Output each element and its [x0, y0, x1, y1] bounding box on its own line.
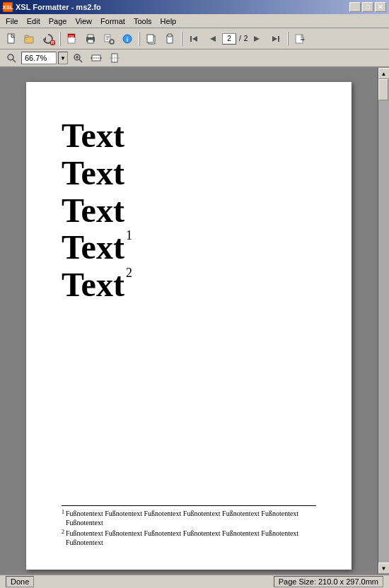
footnote-text-2: Fußnotentext Fußnotentext Fußnotentext F…	[66, 529, 316, 547]
app-icon: XSL	[3, 2, 13, 12]
svg-text:PDF: PDF	[69, 35, 75, 38]
svg-text:i: i	[127, 36, 129, 43]
new-button[interactable]	[3, 31, 20, 47]
page-total: 2	[244, 35, 248, 42]
fit-page-button[interactable]	[106, 50, 123, 66]
svg-point-34	[8, 54, 13, 60]
svg-rect-21	[147, 35, 153, 42]
svg-marker-27	[254, 36, 260, 42]
footnote-1: 1 Fußnotentext Fußnotentext Fußnotentext…	[62, 509, 316, 527]
menu-view[interactable]: View	[71, 16, 96, 27]
status-page-size: Page Size: 210.0 x 297.0mm	[274, 576, 383, 587]
menu-format[interactable]: Format	[96, 16, 129, 27]
zoom-value-display: 66.7%	[21, 52, 57, 64]
svg-rect-15	[106, 39, 108, 40]
menu-tools[interactable]: Tools	[129, 16, 156, 27]
fit-width-button[interactable]	[88, 50, 105, 66]
open-button[interactable]	[21, 31, 38, 47]
text-line-2: Text	[62, 155, 316, 192]
scroll-thumb[interactable]	[378, 79, 388, 100]
text-line-4: Text1	[62, 229, 316, 266]
footnote-text-1: Fußnotentext Fußnotentext Fußnotentext F…	[66, 509, 316, 527]
page-separator: /	[239, 35, 241, 42]
sep4	[287, 32, 289, 46]
zoom-in-button[interactable]	[69, 50, 86, 66]
svg-rect-9	[88, 35, 93, 37]
svg-marker-43	[100, 57, 102, 59]
text-line-1: Text	[62, 117, 316, 155]
footnote-area: 1 Fußnotentext Fußnotentext Fußnotentext…	[62, 505, 316, 548]
text-line-3: Text	[62, 192, 316, 230]
save-pdf-button[interactable]: PDF	[64, 31, 81, 47]
svg-marker-42	[91, 57, 92, 59]
status-bar: Done Page Size: 210.0 x 297.0mm	[0, 574, 389, 588]
main-area: Text Text Text Text1 Text2 1	[0, 68, 389, 574]
svg-rect-13	[106, 36, 110, 37]
svg-line-17	[113, 43, 114, 44]
print-preview-button[interactable]	[100, 31, 117, 47]
document-scroll[interactable]: Text Text Text Text1 Text2 1	[0, 68, 378, 574]
menu-page[interactable]: Page	[45, 16, 71, 27]
superscript-2: 2	[126, 266, 132, 279]
footnote-2: 2 Fußnotentext Fußnotentext Fußnotentext…	[62, 529, 316, 547]
prev-page-button[interactable]	[204, 31, 221, 47]
svg-rect-11	[87, 38, 88, 39]
svg-rect-10	[88, 40, 93, 43]
status-message: Done	[6, 576, 34, 587]
copy-page-button[interactable]	[143, 31, 160, 47]
menu-file[interactable]: File	[1, 16, 23, 27]
footnote-num-2: 2	[62, 529, 64, 536]
menu-bar: File Edit Page View Format Tools Help	[0, 14, 389, 28]
svg-rect-23	[168, 34, 172, 37]
svg-marker-29	[272, 36, 277, 42]
minimize-button[interactable]: _	[349, 2, 361, 12]
last-page-button[interactable]	[267, 31, 284, 47]
svg-line-37	[79, 59, 82, 62]
menu-help[interactable]: Help	[156, 16, 181, 27]
document-container: Text Text Text Text1 Text2 1	[0, 68, 378, 574]
export-button[interactable]	[291, 31, 308, 47]
paste-button[interactable]	[161, 31, 178, 47]
print-button[interactable]	[82, 31, 99, 47]
window-title: XSL Formatter - ms2.fo	[16, 3, 101, 11]
page-current-input[interactable]: 2	[222, 33, 236, 45]
zoom-icon	[3, 50, 20, 66]
sep3	[181, 32, 182, 46]
close-button[interactable]: ✕	[375, 2, 386, 12]
svg-marker-26	[210, 36, 216, 42]
superscript-1: 1	[126, 229, 132, 242]
first-page-button[interactable]	[185, 31, 202, 47]
maximize-button[interactable]: □	[362, 2, 373, 12]
refresh-button[interactable]: R	[40, 31, 57, 47]
toolbar-main: R PDF i 2 / 2	[0, 28, 389, 49]
footnote-num-1: 1	[62, 509, 64, 516]
svg-marker-25	[192, 36, 197, 42]
svg-rect-14	[106, 37, 110, 38]
document-page: Text Text Text Text1 Text2 1	[26, 82, 352, 570]
menu-edit[interactable]: Edit	[23, 16, 45, 27]
vertical-scrollbar[interactable]: ▲ ▼	[378, 68, 389, 574]
sep1	[59, 32, 61, 46]
svg-rect-3	[25, 35, 28, 37]
info-button[interactable]: i	[119, 31, 136, 47]
next-page-button[interactable]	[249, 31, 266, 47]
toolbar-zoom: 66.7% ▼	[0, 49, 389, 68]
text-line-5: Text2	[62, 266, 316, 304]
sep2	[139, 32, 140, 46]
svg-marker-33	[303, 38, 305, 41]
svg-line-35	[13, 59, 16, 62]
scroll-up-button[interactable]: ▲	[378, 68, 390, 79]
title-bar: XSL XSL Formatter - ms2.fo _ □ ✕	[0, 0, 389, 14]
scroll-track[interactable]	[378, 79, 390, 563]
zoom-dropdown-button[interactable]: ▼	[58, 52, 68, 64]
scroll-down-button[interactable]: ▼	[378, 563, 390, 574]
